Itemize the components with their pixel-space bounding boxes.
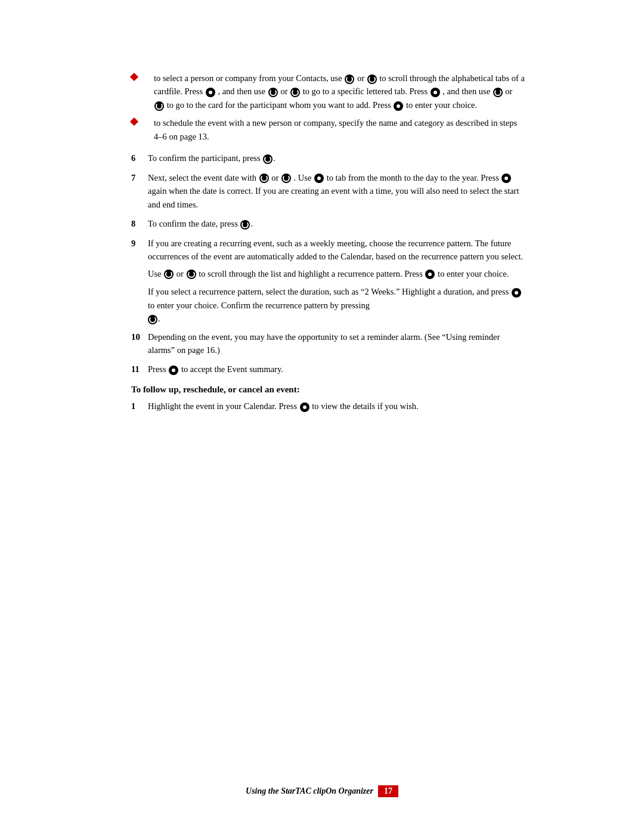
step-9-content: If you are creating a recurring event, s…: [148, 237, 525, 264]
bullet-1-text: to select a person or company from your …: [154, 72, 525, 112]
bullet1-text4: , and then use: [218, 86, 265, 96]
press-icon-7: [501, 174, 511, 183]
enter-icon-1: [206, 88, 215, 97]
enter-icon-2: [431, 88, 440, 97]
bullet1-text6: to go to a specific lettered tab. Press: [303, 86, 428, 96]
step-10: 10 Depending on the event, you may have …: [131, 330, 525, 357]
step-7-number: 7: [131, 171, 148, 184]
bullet1-text2: or: [357, 73, 364, 83]
press-icon-follow1: [300, 402, 309, 412]
step-9-sub2: If you select a recurrence pattern, sele…: [148, 285, 525, 325]
enter-icon-9: [425, 270, 435, 279]
bullet1-text5: or: [280, 86, 287, 96]
bullet1-text8: or: [505, 86, 512, 96]
step-9-number: 9: [131, 237, 148, 250]
step-6-number: 6: [131, 151, 148, 165]
step-10-content: Depending on the event, you may have the…: [148, 330, 525, 357]
scroll-icon-7a: [259, 174, 269, 183]
diamond-bullet-1: [130, 73, 138, 81]
scroll-right-icon-1: [367, 75, 377, 84]
page-number: 17: [378, 785, 398, 797]
bullet1-text1: to select a person or company from your …: [154, 73, 342, 83]
scroll-left-icon-1: [345, 75, 354, 84]
enter-icon-3: [394, 101, 403, 111]
scroll-right-icon-3: [154, 101, 164, 111]
step-8-content: To confirm the date, press .: [148, 217, 525, 230]
step-10-number: 10: [131, 330, 148, 344]
step-7-content: Next, select the event date with or . Us…: [148, 171, 525, 211]
step-6-content: To confirm the participant, press .: [148, 151, 525, 165]
enter-icon-9b: [512, 288, 521, 298]
scroll-icon-9c: [148, 315, 157, 324]
confirm-icon-8: [240, 220, 250, 230]
step-9: 9 If you are creating a recurring event,…: [131, 237, 525, 264]
scroll-icon-9b: [187, 270, 196, 279]
step-6: 6 To confirm the participant, press .: [131, 151, 525, 165]
confirm-icon-6: [263, 154, 273, 164]
bullet1-text9: to go to the card for the participant wh…: [167, 100, 391, 110]
footer-text: Using the StarTAC clipOn Organizer: [246, 786, 373, 796]
step-8: 8 To confirm the date, press .: [131, 217, 525, 230]
scroll-right-icon-2: [290, 88, 300, 97]
bullet-2-text: to schedule the event with a new person …: [154, 116, 525, 143]
step-11: 11 Press to accept the Event summary.: [131, 363, 525, 376]
step-8-number: 8: [131, 217, 148, 230]
step-11-number: 11: [131, 363, 148, 376]
step-9-sub1: Use or to scroll through the list and hi…: [148, 267, 525, 280]
step-11-content: Press to accept the Event summary.: [148, 363, 525, 376]
bullet-item-2: to schedule the event with a new person …: [131, 116, 525, 143]
content-area: to select a person or company from your …: [131, 72, 525, 413]
tab-icon-7: [314, 174, 324, 183]
press-icon-11: [169, 366, 178, 375]
follow-step-1-number: 1: [131, 400, 148, 413]
section-heading: To follow up, reschedule, or cancel an e…: [131, 385, 525, 395]
scroll-left-icon-3: [493, 88, 503, 97]
scroll-icon-9a: [164, 270, 174, 279]
diamond-bullet-2: [130, 117, 138, 126]
bullet-item-1: to select a person or company from your …: [131, 72, 525, 112]
page: to select a person or company from your …: [0, 0, 644, 833]
scroll-icon-7b: [281, 174, 291, 183]
bullet1-text10: to enter your choice.: [406, 100, 477, 110]
follow-step-1-content: Highlight the event in your Calendar. Pr…: [148, 400, 525, 413]
footer: Using the StarTAC clipOn Organizer 17: [0, 785, 644, 797]
scroll-left-icon-2: [268, 88, 278, 97]
bullet1-text7: , and then use: [442, 86, 490, 96]
follow-step-1: 1 Highlight the event in your Calendar. …: [131, 400, 525, 413]
step-7: 7 Next, select the event date with or . …: [131, 171, 525, 211]
